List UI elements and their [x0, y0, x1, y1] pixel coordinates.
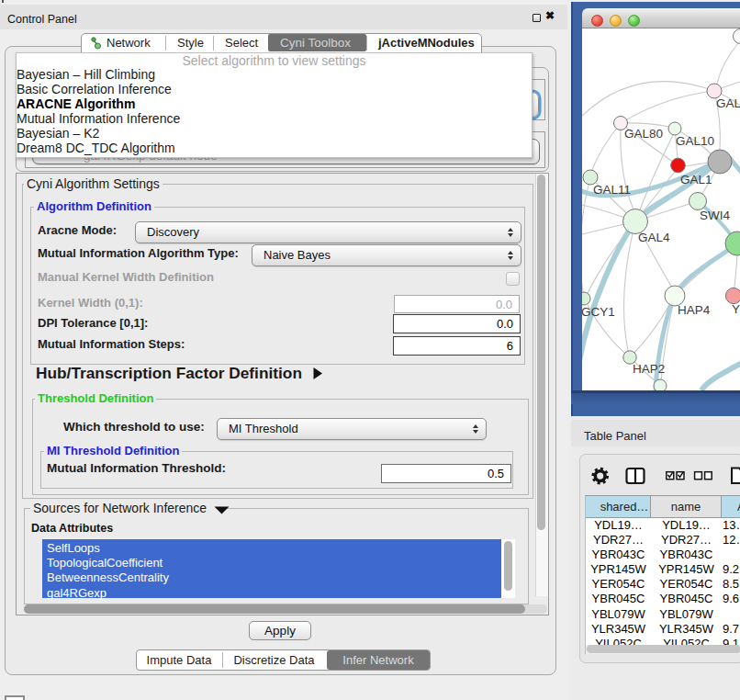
svg-text:GCY1: GCY1 — [582, 305, 615, 319]
svg-text:SWI4: SWI4 — [700, 209, 730, 222]
svg-text:GAL11: GAL11 — [593, 183, 631, 197]
svg-text:GAL10: GAL10 — [676, 134, 714, 148]
svg-text:GAL80: GAL80 — [624, 127, 663, 141]
svg-text:GAL7: GAL7 — [716, 96, 740, 110]
svg-text:HAP2: HAP2 — [633, 362, 665, 376]
svg-text:Y: Y — [732, 302, 740, 316]
svg-text:GAL1: GAL1 — [680, 173, 712, 186]
svg-text:GAL4: GAL4 — [638, 231, 670, 244]
svg-text:HAP4: HAP4 — [678, 303, 711, 317]
